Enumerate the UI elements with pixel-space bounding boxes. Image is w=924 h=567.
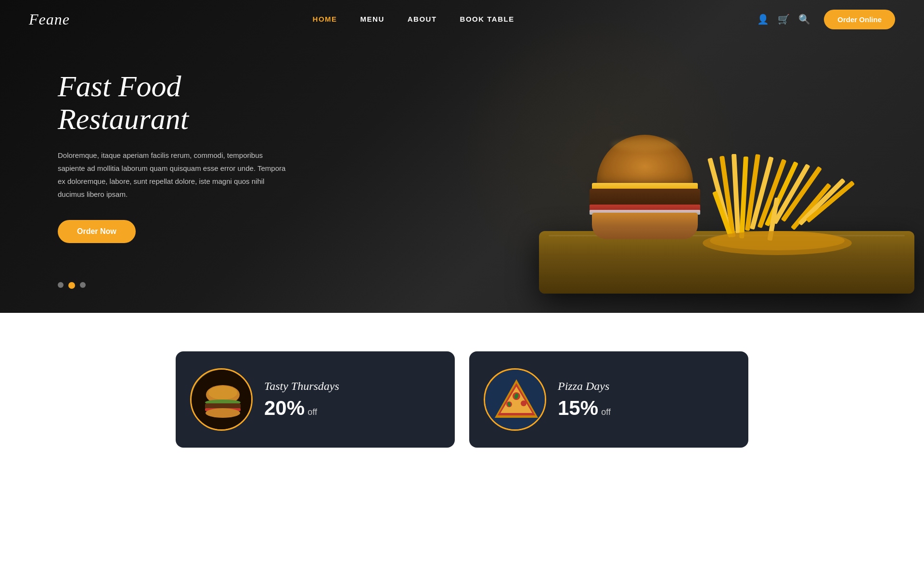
- nav-link-book-table[interactable]: BOOK TABLE: [460, 15, 514, 23]
- svg-point-19: [208, 386, 237, 399]
- promo-pct-pizza: 15%: [558, 397, 598, 419]
- hero-section: Fast Food Restaurant Doloremque, itaque …: [0, 0, 924, 313]
- nav-link-menu[interactable]: MENU: [360, 15, 385, 23]
- promo-discount-pizza: 15% off: [558, 397, 734, 420]
- promo-card-thursdays: Tasty Thursdays 20% off: [176, 351, 455, 448]
- promo-name-thursdays: Tasty Thursdays: [264, 380, 440, 393]
- order-now-button[interactable]: Order Now: [58, 220, 136, 243]
- brand-logo[interactable]: Feane: [29, 11, 70, 28]
- promo-name-pizza: Pizza Days: [558, 380, 734, 393]
- promo-off-pizza: off: [601, 407, 611, 417]
- nav-item-menu[interactable]: MENU: [360, 15, 385, 24]
- hero-description: Doloremque, itaque aperiam facilis rerum…: [58, 149, 289, 201]
- slider-dot-3[interactable]: [80, 282, 86, 288]
- hero-image-area: [491, 0, 924, 313]
- nav-link-about[interactable]: ABOUT: [408, 15, 437, 23]
- bun-top: [597, 135, 693, 188]
- promo-discount-thursdays: 20% off: [264, 397, 440, 420]
- slider-dot-1[interactable]: [58, 282, 64, 288]
- bun-bottom: [592, 213, 698, 239]
- promo-pct-thursdays: 20%: [264, 397, 305, 419]
- burger-illustration: [587, 135, 703, 260]
- order-online-button[interactable]: Order Online: [824, 10, 895, 29]
- slider-dot-2[interactable]: [68, 282, 75, 289]
- search-icon[interactable]: 🔍: [798, 13, 810, 25]
- promo-text-pizza: Pizza Days 15% off: [558, 380, 734, 420]
- cart-icon[interactable]: 🛒: [778, 13, 790, 25]
- promo-image-pizza: [484, 368, 546, 431]
- navbar-icons: 👤 🛒 🔍 Order Online: [757, 10, 895, 29]
- promo-card-pizza: Pizza Days 15% off: [469, 351, 748, 448]
- promo-text-thursdays: Tasty Thursdays 20% off: [264, 380, 440, 420]
- user-icon[interactable]: 👤: [757, 13, 769, 25]
- nav-item-book-table[interactable]: BOOK TABLE: [460, 15, 514, 24]
- svg-point-30: [521, 400, 526, 406]
- promo-off-thursdays: off: [308, 407, 317, 417]
- nav-link-home[interactable]: HOME: [313, 15, 337, 23]
- nav-item-home[interactable]: HOME: [313, 15, 337, 24]
- svg-point-16: [710, 231, 845, 250]
- hero-content: Fast Food Restaurant Doloremque, itaque …: [0, 70, 289, 243]
- promo-image-burger: [190, 368, 253, 431]
- nav-links: HOME MENU ABOUT BOOK TABLE: [313, 15, 514, 24]
- fries-illustration: [698, 154, 866, 260]
- nav-item-about[interactable]: ABOUT: [408, 15, 437, 24]
- hero-scene: [510, 34, 924, 313]
- slider-dots: [58, 282, 86, 289]
- navbar: Feane HOME MENU ABOUT BOOK TABLE 👤 🛒 🔍 O…: [0, 0, 924, 39]
- svg-point-23: [205, 408, 240, 418]
- hero-title: Fast Food Restaurant: [58, 70, 289, 135]
- promo-section: Tasty Thursdays 20% off: [0, 313, 924, 467]
